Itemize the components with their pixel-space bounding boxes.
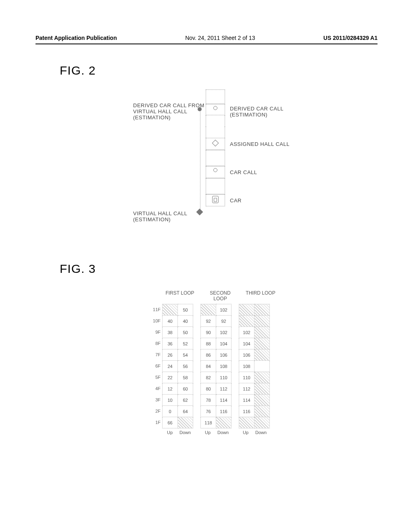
ann-car: CAR: [230, 197, 242, 204]
circle-icon: [213, 168, 217, 172]
cell-down: [254, 372, 270, 383]
down-label: Down: [215, 430, 231, 435]
floor-label: 3F: [149, 394, 161, 405]
shaft-cell-car-call: [206, 166, 225, 178]
cell-up: 80: [201, 383, 216, 395]
cell-down: 110: [216, 372, 232, 383]
second-loop-table: 1029292901028810486106841088211080112781…: [200, 304, 232, 428]
fig2-diagram: DERIVED CAR CALL FROM VIRTUAL HALL CALL …: [137, 89, 327, 235]
up-label: Up: [238, 430, 253, 435]
floor-label: 7F: [149, 349, 161, 360]
shaft-cell-assigned-hall-call: [206, 138, 225, 150]
cell-up: 24: [163, 361, 178, 372]
cell-down: [254, 383, 270, 395]
cell-down: 58: [178, 372, 193, 383]
cell-down: [254, 395, 270, 406]
cell-up: 92: [201, 316, 216, 327]
cell-down: [178, 417, 193, 428]
cell-down: [254, 361, 270, 372]
ann-assigned-hall-call: ASSIGNED HALL CALL: [230, 141, 290, 147]
cell-up: [239, 304, 254, 316]
shaft-cell-gap4: [206, 178, 225, 194]
cell-down: [254, 349, 270, 361]
cell-up: 26: [163, 349, 178, 361]
cell-up: 116: [239, 406, 254, 417]
updown-3: Up Down: [238, 430, 269, 435]
cell-up: 76: [201, 406, 216, 417]
cell-up: 22: [163, 372, 178, 383]
cell-down: 112: [216, 383, 232, 395]
cell-up: 84: [201, 361, 216, 372]
header-second-loop: SECOND LOOP: [204, 290, 236, 301]
dotted-path: [200, 109, 200, 210]
ann-derived-from-virtual: DERIVED CAR CALL FROM VIRTUAL HALL CALL …: [133, 102, 204, 121]
cell-up: 110: [239, 372, 254, 383]
up-label: Up: [162, 430, 177, 435]
page-header: Patent Application Publication Nov. 24, …: [35, 35, 378, 41]
floor-label: 4F: [149, 383, 161, 394]
cell-up: 88: [201, 338, 216, 349]
cell-down: 50: [178, 304, 193, 316]
header-right: US 2011/0284329 A1: [323, 35, 378, 41]
floors-column: 11F10F9F8F7F6F5F4F3F2F1F: [149, 304, 161, 428]
fig2-shaft: [206, 89, 225, 222]
cell-down: 64: [178, 406, 193, 417]
floor-label: 10F: [149, 315, 161, 326]
cell-down: [254, 417, 270, 428]
cell-up: [163, 304, 178, 316]
cell-down: 108: [216, 361, 232, 372]
header-first-loop: FIRST LOOP: [164, 290, 196, 301]
up-label: Up: [200, 430, 215, 435]
header-third-loop: THIRD LOOP: [244, 290, 277, 301]
cell-up: 114: [239, 395, 254, 406]
updown-2: Up Down: [200, 430, 231, 435]
cell-down: 54: [178, 349, 193, 361]
ann-virtual-hall-call: VIRTUAL HALL CALL (ESTIMATION): [133, 210, 187, 222]
circle-icon: [213, 106, 217, 110]
tables-row: 11F10F9F8F7F6F5F4F3F2F1F 504040385036522…: [149, 304, 298, 428]
fig3-tables: FIRST LOOP SECOND LOOP THIRD LOOP 11F10F…: [149, 290, 298, 435]
shaft-cell-gap2: [206, 127, 225, 138]
cell-up: 78: [201, 395, 216, 406]
virtual-hall-call-marker: [197, 207, 202, 217]
updown-row: Up Down Up Down Up Down: [149, 430, 298, 435]
shaft-cell-gap1: [206, 115, 225, 127]
floor-label: 8F: [149, 338, 161, 349]
floor-label: 6F: [149, 360, 161, 372]
diamond-icon: [212, 140, 219, 147]
shaft-cell-car: [206, 194, 225, 206]
cell-down: 56: [178, 361, 193, 372]
floor-label: 9F: [149, 326, 161, 338]
cell-up: 66: [163, 417, 178, 428]
cell-up: 104: [239, 338, 254, 349]
down-label: Down: [253, 430, 269, 435]
cell-down: 104: [216, 338, 232, 349]
car-icon: [212, 196, 219, 203]
shaft-cell-gap3: [206, 150, 225, 166]
cell-down: 52: [178, 338, 193, 349]
cell-down: 116: [216, 406, 232, 417]
cell-up: [239, 417, 254, 428]
cell-down: 62: [178, 395, 193, 406]
header-rule: [35, 44, 378, 44]
cell-up: [201, 304, 216, 316]
header-center: Nov. 24, 2011 Sheet 2 of 13: [185, 35, 255, 41]
cell-up: 82: [201, 372, 216, 383]
ann-derived-car-call: DERIVED CAR CALL (ESTIMATION): [230, 106, 284, 118]
cell-up: 0: [163, 406, 178, 417]
ann-car-call: CAR CALL: [230, 169, 257, 175]
cell-down: 102: [216, 327, 232, 338]
cell-down: 40: [178, 316, 193, 327]
cell-down: 102: [216, 304, 232, 316]
cell-up: 108: [239, 361, 254, 372]
cell-up: 106: [239, 349, 254, 361]
cell-down: [254, 406, 270, 417]
filled-diamond-icon: [196, 209, 203, 216]
first-loop-table: 504040385036522654245622581260106206466: [162, 304, 193, 428]
fig2-label: FIG. 2: [60, 64, 96, 77]
floor-label: 11F: [149, 304, 161, 315]
cell-up: [239, 316, 254, 327]
cell-up: 112: [239, 383, 254, 395]
cell-up: 118: [201, 417, 216, 428]
shaft-cell-derived-car-call: [206, 104, 225, 115]
